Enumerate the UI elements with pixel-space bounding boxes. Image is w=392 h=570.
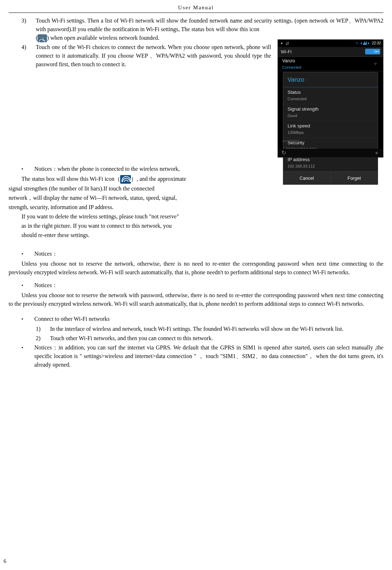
notice-2-label: Notices： bbox=[34, 250, 383, 258]
connect-other-label: Connect to other Wi-Fi networks bbox=[34, 315, 383, 323]
phone-network-status: Connected bbox=[282, 64, 301, 71]
notice-1-line-6: as in the right picture. If you want to … bbox=[9, 222, 269, 230]
step-4-number: 4) bbox=[21, 43, 36, 160]
page-number: 6 bbox=[4, 557, 6, 565]
notice-1-line-7: should re-enter these settings. bbox=[9, 231, 269, 240]
step-3-text-a: Touch Wi-Fi settings. Then a list of Wi-… bbox=[36, 18, 383, 32]
phone-network-dialog: Vanzo Status Connected Signal strength G… bbox=[283, 72, 378, 185]
bullet-icon bbox=[21, 281, 34, 290]
dialog-cancel-button: Cancel bbox=[283, 172, 331, 184]
step-3: 3) Touch Wi-Fi settings. Then a list of … bbox=[21, 16, 383, 42]
dialog-field-speed: Link speed 135Mbps bbox=[283, 121, 378, 138]
connect-other-step-1: 1) In the interface of wireless and netw… bbox=[36, 325, 383, 333]
wifi-signal-icon: ᯤ bbox=[374, 60, 379, 68]
connect-other-step-1-num: 1) bbox=[36, 325, 50, 333]
notice-1-line-1b: ）, and the approximate bbox=[131, 176, 186, 182]
connect-other-step-1-text: In the interface of wireless and network… bbox=[50, 325, 383, 333]
phone-wifi-header: Wi-Fi ON bbox=[278, 47, 383, 57]
dialog-status-value: Connected bbox=[288, 96, 373, 102]
bullet-icon bbox=[21, 343, 34, 369]
dialog-field-signal: Signal strength Good bbox=[283, 104, 378, 121]
page-header: User Manual bbox=[9, 4, 383, 13]
connect-other-step-2-num: 2) bbox=[36, 334, 50, 343]
notice-1-line-1a: The status box will show this Wi-Fi icon… bbox=[21, 176, 120, 182]
notice-1-line-3: network，will display the name of Wi—Fi n… bbox=[9, 194, 269, 202]
notice-4-label: Notices： bbox=[34, 344, 59, 351]
notice-1-line-1: The status box will show this Wi-Fi icon… bbox=[9, 175, 269, 184]
dialog-ip-value: 192.168.33.112 bbox=[288, 163, 373, 169]
dialog-status-label: Status bbox=[288, 89, 373, 96]
phone-status-left-icons: ✦ ⇄ bbox=[280, 40, 290, 47]
dialog-speed-label: Link speed bbox=[288, 122, 373, 130]
wifi-available-icon bbox=[38, 34, 47, 42]
bullet-icon bbox=[21, 165, 34, 173]
connect-other-heading: Connect to other Wi-Fi networks bbox=[21, 315, 383, 323]
add-icon: ＋ bbox=[374, 149, 379, 157]
phone-wifi-title: Wi-Fi bbox=[281, 48, 291, 55]
dialog-title: Vanzo bbox=[283, 72, 378, 88]
dialog-forget-button: Forget bbox=[331, 172, 378, 184]
step-3-text-c: ) when open available wireless network f… bbox=[47, 35, 159, 41]
notice-1-line-2: signal strengthen (the number of lit bar… bbox=[9, 184, 269, 193]
notice-3-body: Unless you choose not to reserve the net… bbox=[9, 291, 383, 308]
step-4: 4) ✦ ⇄ ᯤ ▮ ◢◢ ▮ 22:32 Wi-Fi ON bbox=[21, 43, 383, 160]
dialog-signal-value: Good bbox=[288, 113, 373, 119]
phone-status-bar: ✦ ⇄ ᯤ ▮ ◢◢ ▮ 22:32 bbox=[278, 40, 383, 47]
step-3-text: Touch Wi-Fi settings. Then a list of Wi-… bbox=[36, 16, 383, 42]
notice-2: Notices： bbox=[21, 250, 383, 258]
step-4-body: Touch one of the Wi-Fi choices to connec… bbox=[36, 44, 271, 67]
dialog-buttons: Cancel Forget bbox=[283, 172, 378, 184]
phone-dim-available: available) bbox=[278, 136, 383, 145]
phone-bottom-bar: ↻ ＋ bbox=[278, 149, 383, 157]
phone-status-right: ᯤ ▮ ◢◢ ▮ 22:32 bbox=[356, 40, 381, 46]
notice-2-body: Unless you choose not to reserve the net… bbox=[9, 260, 383, 277]
dialog-speed-value: 135Mbps bbox=[288, 130, 373, 136]
refresh-icon: ↻ bbox=[281, 149, 286, 157]
phone-status-signal-icons: ᯤ ▮ ◢◢ ▮ bbox=[356, 41, 369, 45]
phone-network-row: Vanzo Connected ᯤ bbox=[278, 57, 383, 71]
dialog-signal-label: Signal strength bbox=[288, 106, 373, 113]
dialog-field-status: Status Connected bbox=[283, 87, 378, 104]
phone-wifi-toggle: ON bbox=[365, 49, 380, 54]
wifi-connected-icon bbox=[120, 175, 131, 184]
phone-network-name: Vanzo bbox=[282, 57, 301, 64]
notice-4: Notices：in addition, you can surf the in… bbox=[21, 343, 383, 369]
phone-screenshot: ✦ ⇄ ᯤ ▮ ◢◢ ▮ 22:32 Wi-Fi ON Vanzo Con bbox=[278, 39, 383, 158]
bullet-icon bbox=[21, 250, 34, 258]
page-body: 3) Touch Wi-Fi settings. Then a list of … bbox=[9, 16, 383, 369]
notice-1-line-5: If you want to delete the wireless setti… bbox=[9, 212, 269, 221]
notice-3-label: Notices： bbox=[34, 281, 383, 290]
connect-other-step-2-text: Touch other Wi-Fi networks, and then you… bbox=[50, 334, 383, 343]
bullet-icon bbox=[21, 315, 34, 323]
notice-4-body: in addition, you can surf the internet v… bbox=[34, 344, 383, 368]
notice-4-content: Notices：in addition, you can surf the in… bbox=[34, 343, 383, 369]
phone-status-time: 22:32 bbox=[372, 41, 381, 45]
notice-1-line-4: strength, security, information and IP a… bbox=[9, 203, 269, 212]
step-3-number: 3) bbox=[21, 16, 36, 42]
step-4-text: ✦ ⇄ ᯤ ▮ ◢◢ ▮ 22:32 Wi-Fi ON Vanzo Con bbox=[36, 43, 383, 160]
connect-other-step-2: 2) Touch other Wi-Fi networks, and then … bbox=[36, 334, 383, 343]
notice-3: Notices： bbox=[21, 281, 383, 290]
